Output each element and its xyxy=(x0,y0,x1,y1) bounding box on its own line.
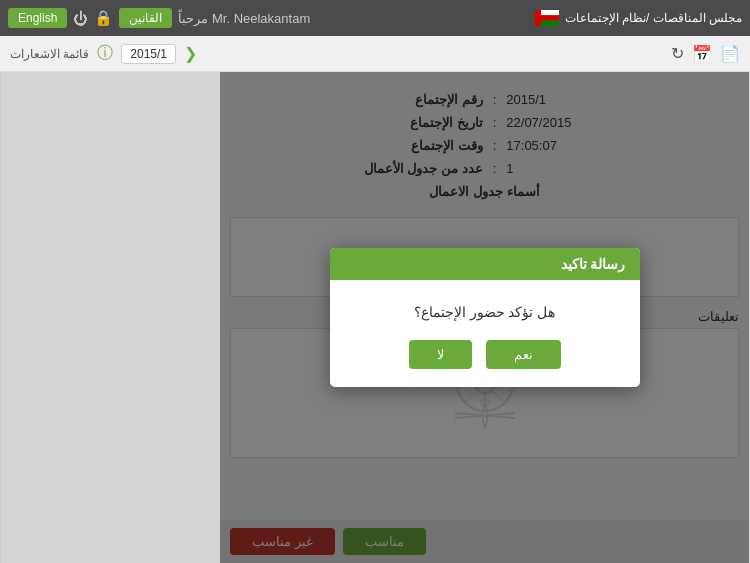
app-title: مجلس المناقصات /نظام الإجتماعات xyxy=(565,11,742,25)
modal-question-text: هل تؤكد حضور الإجتماع؟ xyxy=(350,304,620,320)
svg-rect-1 xyxy=(541,10,559,15)
header-right: مجلس المناقصات /نظام الإجتماعات xyxy=(535,10,742,26)
modal-overlay: رسالة تاكيد هل تؤكد حضور الإجتماع؟ نعم ل… xyxy=(220,72,749,563)
app-header: English ⏻ 🔒 القانين مرحباً Mr. Neelakant… xyxy=(0,0,750,36)
main-container: 2015/1 : رقم الإجتماع 22/07/2015 : تاريخ… xyxy=(0,72,750,563)
svg-rect-2 xyxy=(541,15,559,20)
sub-header: 📄 📅 ↻ ❮ 2015/1 ⓘ قائمة الاشعارات xyxy=(0,36,750,72)
english-button[interactable]: English xyxy=(8,8,67,28)
refresh-icon[interactable]: ↻ xyxy=(671,44,684,63)
modal-body: هل تؤكد حضور الإجتماع؟ نعم لا xyxy=(330,280,640,387)
modal-title: رسالة تاكيد xyxy=(561,256,626,272)
lock-icon[interactable]: 🔒 xyxy=(94,9,113,27)
info-icon[interactable]: ⓘ xyxy=(97,43,113,64)
content-panel: 2015/1 : رقم الإجتماع 22/07/2015 : تاريخ… xyxy=(220,72,750,563)
greeting-text: مرحباً Mr. Neelakantam xyxy=(178,11,310,26)
sub-header-icons: 📄 📅 ↻ xyxy=(671,44,740,63)
calendar-icon[interactable]: 📅 xyxy=(692,44,712,63)
oman-flag-icon xyxy=(535,10,559,26)
modal-header: رسالة تاكيد xyxy=(330,248,640,280)
modal-action-buttons: نعم لا xyxy=(350,340,620,369)
laws-button[interactable]: القانين xyxy=(119,8,172,28)
svg-rect-0 xyxy=(535,10,541,26)
sub-header-right: ❮ 2015/1 ⓘ قائمة الاشعارات xyxy=(10,43,197,64)
header-left-controls: English ⏻ 🔒 القانين مرحباً Mr. Neelakant… xyxy=(8,8,310,28)
svg-rect-3 xyxy=(541,21,559,26)
power-icon[interactable]: ⏻ xyxy=(73,10,88,27)
confirmation-modal: رسالة تاكيد هل تؤكد حضور الإجتماع؟ نعم ل… xyxy=(330,248,640,387)
document-icon[interactable]: 📄 xyxy=(720,44,740,63)
breadcrumb: قائمة الاشعارات xyxy=(10,47,89,61)
nav-arrow-icon[interactable]: ❮ xyxy=(184,44,197,63)
modal-yes-button[interactable]: نعم xyxy=(486,340,561,369)
year-badge: 2015/1 xyxy=(121,44,176,64)
modal-no-button[interactable]: لا xyxy=(409,340,472,369)
right-panel xyxy=(0,72,220,563)
